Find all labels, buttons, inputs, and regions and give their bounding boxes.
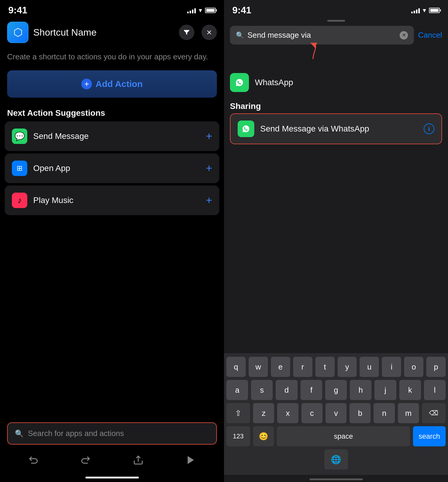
add-action-button[interactable]: + Add Action	[7, 70, 217, 98]
key-g[interactable]: g	[325, 380, 347, 400]
numbers-key[interactable]: 123	[226, 426, 250, 446]
key-p[interactable]: p	[426, 357, 446, 377]
whatsapp-action-logo	[240, 123, 252, 134]
key-q[interactable]: q	[226, 357, 246, 377]
search-value-right[interactable]: Send message via	[247, 31, 396, 40]
space-key[interactable]: space	[277, 426, 410, 446]
key-c[interactable]: c	[301, 403, 323, 423]
key-o[interactable]: o	[404, 357, 423, 377]
search-row: 🔍 Send message via ✕ Cancel	[224, 26, 448, 49]
home-indicator-right	[309, 478, 363, 480]
search-icon-bottom: 🔍	[15, 429, 24, 438]
key-j[interactable]: j	[374, 380, 396, 400]
send-message-icon: 💬	[12, 129, 27, 144]
key-s[interactable]: s	[251, 380, 273, 400]
share-button[interactable]	[130, 452, 147, 468]
search-field-right[interactable]: 🔍 Send message via ✕	[230, 26, 414, 45]
key-x[interactable]: x	[277, 403, 298, 423]
key-d[interactable]: d	[276, 380, 297, 400]
suggestion-label-open-app: Open App	[33, 164, 200, 173]
emoji-key[interactable]: 😊	[253, 426, 274, 446]
suggestion-add-send-message[interactable]: +	[206, 130, 212, 142]
keyboard-row-1: q w e r t y u i o p	[226, 357, 446, 377]
key-b[interactable]: b	[349, 403, 371, 423]
keyboard-row-2: a s d f g h j k l	[226, 380, 446, 400]
whatsapp-app-section: WhatsApp	[224, 66, 448, 97]
status-icons-right: ▾	[411, 7, 440, 14]
key-y[interactable]: y	[338, 357, 357, 377]
key-f[interactable]: f	[301, 380, 322, 400]
left-panel: 9:41 ▾ ⬡ Shortcut Name Create a s	[0, 0, 224, 482]
status-icons-left: ▾	[187, 7, 216, 14]
key-a[interactable]: a	[226, 380, 248, 400]
key-n[interactable]: n	[374, 403, 395, 423]
redo-button[interactable]	[77, 452, 94, 468]
shortcuts-app-icon: ⬡	[7, 22, 28, 43]
suggestion-item-open-app[interactable]: ⊞ Open App +	[5, 153, 219, 183]
key-m[interactable]: m	[398, 403, 419, 423]
svg-marker-0	[188, 456, 194, 464]
play-button[interactable]	[182, 452, 199, 468]
search-key[interactable]: search	[413, 426, 446, 446]
suggestion-list: 💬 Send Message + ⊞ Open App + ♪ Play Mus…	[0, 121, 224, 217]
key-k[interactable]: k	[399, 380, 421, 400]
key-h[interactable]: h	[350, 380, 371, 400]
close-button[interactable]	[201, 25, 217, 40]
filter-button[interactable]	[179, 25, 194, 40]
key-t[interactable]: t	[315, 357, 335, 377]
keyboard-row-3: ⇧ z x c v b n m ⌫	[226, 403, 446, 423]
whatsapp-logo	[233, 77, 245, 88]
battery-icon-left	[205, 8, 216, 13]
home-indicator-left	[85, 477, 139, 478]
whatsapp-app-label: WhatsApp	[255, 78, 293, 87]
globe-key[interactable]: 🌐	[324, 449, 348, 470]
key-u[interactable]: u	[360, 357, 379, 377]
right-panel: 9:41 ▾ 🔍 Send message via ✕ Cancel	[224, 0, 448, 482]
app-header: ⬡ Shortcut Name	[0, 18, 224, 48]
suggestion-item-play-music[interactable]: ♪ Play Music +	[5, 185, 219, 215]
open-app-icon: ⊞	[12, 161, 27, 176]
signal-icon-right	[411, 7, 420, 13]
info-button[interactable]: i	[424, 123, 434, 134]
key-l[interactable]: l	[424, 380, 446, 400]
redo-icon	[80, 455, 91, 465]
status-bar-left: 9:41 ▾	[0, 0, 224, 18]
keyboard-row-4: 123 😊 space search	[226, 426, 446, 446]
wifi-icon-right: ▾	[423, 7, 426, 14]
suggestion-label-send-message: Send Message	[33, 131, 200, 141]
key-i[interactable]: i	[382, 357, 401, 377]
undo-button[interactable]	[25, 452, 42, 468]
suggestion-item-send-message[interactable]: 💬 Send Message +	[5, 121, 219, 151]
key-e[interactable]: e	[271, 357, 290, 377]
delete-key[interactable]: ⌫	[422, 403, 446, 423]
key-z[interactable]: z	[253, 403, 274, 423]
keyboard-row-5: 🌐	[226, 449, 446, 470]
key-v[interactable]: v	[325, 403, 347, 423]
app-title-section: Create a shortcut to actions you do in y…	[0, 48, 224, 64]
search-clear-button[interactable]: ✕	[400, 31, 408, 39]
suggestion-add-open-app[interactable]: +	[206, 162, 212, 175]
suggestion-add-play-music[interactable]: +	[206, 194, 212, 207]
shortcut-name-label[interactable]: Shortcut Name	[33, 27, 172, 38]
bottom-toolbar	[0, 448, 224, 474]
key-r[interactable]: r	[293, 357, 312, 377]
send-message-whatsapp-row[interactable]: Send Message via WhatsApp i	[230, 113, 442, 144]
shift-key[interactable]: ⇧	[226, 403, 250, 423]
bottom-bar-right	[224, 475, 448, 482]
whatsapp-app-icon	[230, 73, 249, 92]
bottom-search-bar[interactable]: 🔍 Search for apps and actions	[7, 422, 217, 445]
add-action-plus-icon: +	[81, 79, 92, 89]
app-description: Create a shortcut to actions you do in y…	[7, 51, 217, 62]
close-icon	[206, 29, 213, 36]
add-action-label: Add Action	[96, 79, 143, 89]
suggestions-title: Next Action Suggestions	[0, 104, 224, 121]
cancel-button-right[interactable]: Cancel	[418, 31, 442, 40]
key-w[interactable]: w	[249, 357, 268, 377]
share-icon	[133, 455, 144, 465]
action-whatsapp-icon	[238, 120, 254, 137]
time-right: 9:41	[232, 5, 251, 16]
arrow-indicator	[230, 49, 442, 66]
sharing-section-header: Sharing	[224, 97, 448, 113]
whatsapp-app-row[interactable]: WhatsApp	[230, 69, 442, 96]
suggestion-label-play-music: Play Music	[33, 196, 200, 205]
